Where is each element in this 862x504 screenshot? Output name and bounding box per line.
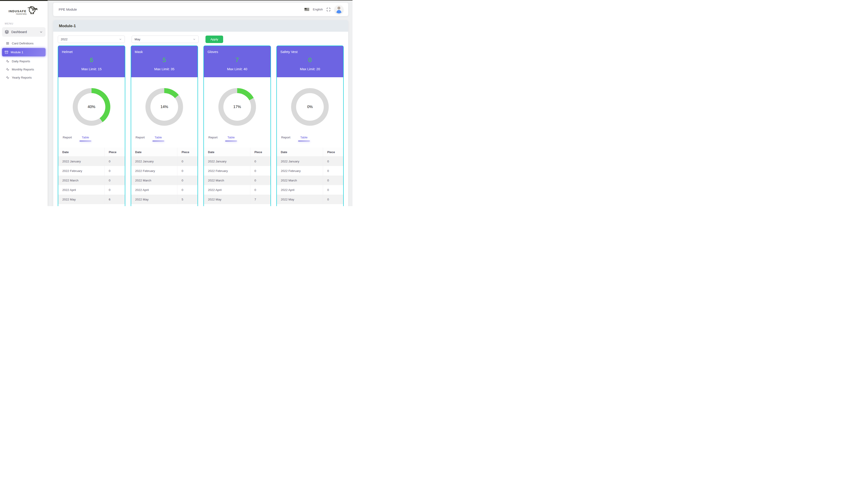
tab-underline [298,141,310,141]
card-tabs: Report Table [58,136,125,141]
card-title: Gloves [208,50,267,54]
sidebar-item-dashboard[interactable]: Dashboard [2,27,45,37]
tab-underline [280,141,292,141]
piece-cell: 0 [250,185,270,195]
table-row: 2022 April0 [58,185,125,195]
card-header: Helmet 6 Max Limit: 15 [58,46,125,77]
piece-column-header: Piece [104,148,125,157]
sidebar-item-label: Daily Reports [12,59,30,63]
piece-cell: 6 [104,195,125,204]
panel-title: Module-1 [59,24,76,28]
fullscreen-button[interactable] [326,8,330,12]
tab-report[interactable]: Report [61,136,73,141]
table-header-row: Date Piece [204,148,271,157]
table-row: 2022 April0 [204,185,271,195]
app-window: INDUSAFE Industrial Safety MENU [0,0,353,206]
date-cell: 2022 May [277,195,323,204]
maximize-icon [326,8,330,12]
sidebar-nav: Dashboard Card Definitions Module 1 Dail… [0,27,48,81]
tab-table-label: Table [155,136,162,139]
language-switcher[interactable] [304,8,309,11]
activity-icon [6,76,9,79]
tab-table[interactable]: Table [153,136,164,141]
user-avatar[interactable] [335,6,343,13]
sidebar-top-edge [0,0,48,1]
date-cell: 2022 February [204,166,250,175]
card-tabs: Report Table [204,136,271,141]
sidebar-item-card-definitions[interactable]: Card Definitions [2,39,45,47]
sidebar-item-monthly-reports[interactable]: Monthly Reports [2,65,45,73]
card-tabs: Report Table [277,136,343,141]
tab-table-label: Table [82,136,89,139]
date-cell: 2022 March [58,175,104,185]
chevron-down-icon [193,38,196,41]
table-row: 2022 February0 [277,166,343,175]
card-title: Safety Vest [280,50,340,54]
piece-cell: 0 [323,185,343,195]
tab-report-label: Report [135,136,145,139]
monthly-pieces-table: Date Piece 2022 January02022 February020… [131,148,198,204]
brand-text: INDUSAFE Industrial Safety [9,10,26,15]
tab-table[interactable]: Table [298,136,310,141]
table-row: 2022 March0 [58,175,125,185]
apply-button[interactable]: Apply [206,36,223,43]
page-title: PPE Module [59,8,77,11]
date-cell: 2022 May [131,195,178,204]
piece-cell: 0 [104,166,125,175]
date-cell: 2022 March [277,175,323,185]
tab-report-label: Report [63,136,72,139]
donut-percent-label: 14% [160,105,168,109]
tab-table[interactable]: Table [79,136,91,141]
cards-row: Helmet 6 Max Limit: 15 40% Report Table … [58,45,344,206]
sidebar-item-label: Card Definitions [12,42,34,45]
table-row: 2022 February0 [58,166,125,175]
card-count-value: 6 [62,57,121,64]
donut-chart-wrap: 40% [58,77,125,136]
monthly-pieces-table: Date Piece 2022 January02022 February020… [58,148,125,204]
card-count-value: 0 [280,57,340,64]
ppe-card: Safety Vest 0 Max Limit: 20 0% Report Ta… [276,45,344,206]
tab-underline [134,141,146,141]
table-row: 2022 January0 [131,157,198,166]
sidebar-item-module-1[interactable]: Module 1 [2,48,45,56]
table-row: 2022 March0 [131,175,198,185]
tab-table-label: Table [227,136,235,139]
date-cell: 2022 January [204,157,250,166]
card-max-limit: Max Limit: 15 [62,67,121,71]
sidebar-item-yearly-reports[interactable]: Yearly Reports [2,74,45,81]
piece-cell: 0 [323,157,343,166]
donut-chart: 40% [73,88,110,126]
sidebar-item-label: Yearly Reports [12,76,32,79]
tab-report[interactable]: Report [280,136,292,141]
tab-underline [225,141,237,141]
piece-cell: 0 [178,166,198,175]
date-cell: 2022 May [58,195,104,204]
ppe-card: Helmet 6 Max Limit: 15 40% Report Table … [58,45,125,206]
piece-cell: 0 [250,166,270,175]
sidebar-item-daily-reports[interactable]: Daily Reports [2,57,45,65]
year-select[interactable]: 2022 [58,36,125,43]
tab-report[interactable]: Report [207,136,219,141]
donut-chart-wrap: 14% [131,77,198,136]
month-select[interactable]: May [132,36,199,43]
date-column-header: Date [204,148,250,157]
table-row: 2022 May7 [204,195,271,204]
tab-table[interactable]: Table [225,136,237,141]
tab-report[interactable]: Report [134,136,146,141]
piece-cell: 0 [178,185,198,195]
brand-name: INDUSAFE [9,10,26,13]
table-row: 2022 May0 [277,195,343,204]
date-cell: 2022 February [277,166,323,175]
date-column-header: Date [131,148,178,157]
piece-cell: 0 [250,175,270,185]
date-cell: 2022 January [277,157,323,166]
donut-chart: 14% [145,88,183,126]
piece-column-header: Piece [250,148,270,157]
monthly-pieces-table: Date Piece 2022 January02022 February020… [204,148,271,204]
card-header: Safety Vest 0 Max Limit: 20 [277,46,343,77]
table-row: 2022 February0 [131,166,198,175]
card-header: Mask 5 Max Limit: 35 [131,46,198,77]
module-panel: Module-1 2022 May Apply [53,20,348,206]
table-row: 2022 January0 [204,157,271,166]
piece-column-header: Piece [178,148,198,157]
